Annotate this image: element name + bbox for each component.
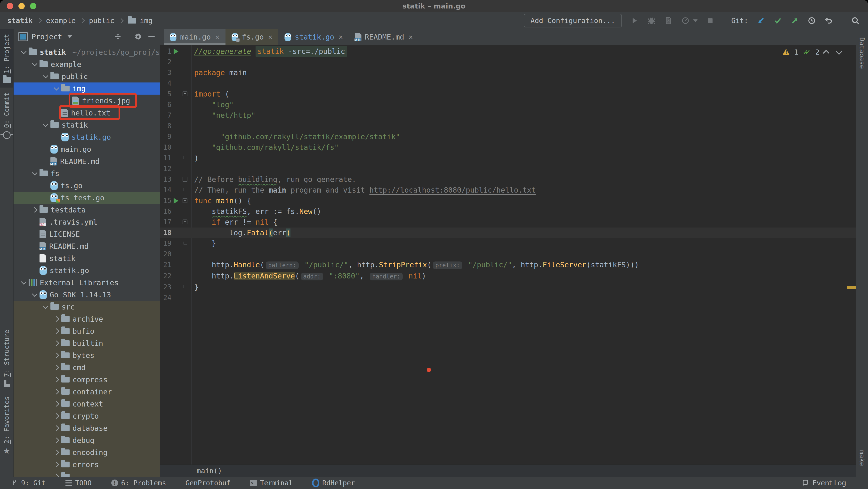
tree-item[interactable]: MDREADME.md	[13, 240, 160, 252]
statusbar-rdhelper[interactable]: RdHelper	[312, 479, 355, 487]
tree-item[interactable]: YML.travis.yml	[13, 216, 160, 228]
tree-item[interactable]: statik	[13, 119, 160, 131]
tree-item[interactable]: Go SDK 1.14.13	[13, 288, 160, 301]
breadcrumb-item[interactable]: statik	[7, 17, 33, 25]
chevron-collapsed-icon[interactable]	[52, 438, 61, 442]
tree-item[interactable]: statik~/projects/go_proj/src	[13, 46, 160, 58]
close-icon[interactable]: ×	[268, 33, 273, 41]
editor-content[interactable]: 1//go:generate statik -src=./public23pac…	[160, 45, 856, 464]
chevron-collapsed-icon[interactable]	[52, 426, 61, 430]
chevron-expanded-icon[interactable]	[30, 63, 39, 65]
git-push-icon[interactable]	[790, 16, 799, 25]
chevron-collapsed-icon[interactable]	[52, 354, 61, 357]
tree-item[interactable]: statik.go	[13, 131, 160, 143]
chevron-collapsed-icon[interactable]	[52, 390, 61, 394]
tool-window-button-database[interactable]: Database	[858, 32, 866, 74]
rollback-icon[interactable]	[824, 16, 833, 25]
fold-marker-icon[interactable]	[181, 89, 189, 96]
fold-marker-icon[interactable]	[181, 153, 189, 159]
tree-item[interactable]: bytes	[13, 349, 160, 361]
tree-item[interactable]: container	[13, 386, 160, 398]
inspection-widget[interactable]: 1 ✓✓ 2	[782, 48, 841, 56]
fold-marker-icon[interactable]	[181, 195, 189, 203]
tree-item[interactable]: LICENSE	[13, 228, 160, 240]
chevron-expanded-icon[interactable]	[52, 87, 61, 90]
history-icon[interactable]	[807, 16, 816, 25]
tree-item[interactable]: builtin	[13, 337, 160, 349]
chevron-collapsed-icon[interactable]	[30, 208, 39, 212]
breadcrumb-function[interactable]: main()	[197, 467, 222, 475]
next-highlight-icon[interactable]	[836, 48, 842, 55]
debug-icon[interactable]	[647, 16, 656, 25]
project-dropdown-icon[interactable]	[67, 35, 72, 38]
chevron-collapsed-icon[interactable]	[52, 414, 61, 418]
add-configuration-button[interactable]: Add Configuration...	[524, 14, 622, 27]
tree-item[interactable]: External Libraries	[13, 277, 160, 288]
git-update-icon[interactable]	[756, 16, 765, 25]
chevron-collapsed-icon[interactable]	[52, 366, 61, 369]
breadcrumb-item[interactable]: public	[89, 17, 115, 25]
statusbar-git[interactable]: 9: Git	[11, 479, 45, 487]
tree-item[interactable]: fs.go	[13, 180, 160, 192]
run-line-icon[interactable]	[172, 195, 181, 204]
tree-item[interactable]: cmd	[13, 361, 160, 373]
fold-marker-icon[interactable]	[181, 217, 189, 224]
tree-item[interactable]: statik	[13, 252, 160, 265]
fold-marker-icon[interactable]	[181, 282, 189, 288]
fold-marker-icon[interactable]	[181, 238, 189, 245]
breadcrumb-item[interactable]: img	[140, 17, 153, 25]
chevron-collapsed-icon[interactable]	[52, 402, 61, 406]
tool-window-button-structure[interactable]: 7: Structure	[0, 325, 13, 392]
chevron-collapsed-icon[interactable]	[52, 378, 61, 381]
close-icon[interactable]: ×	[338, 33, 343, 41]
close-icon[interactable]: ×	[215, 33, 219, 41]
tool-window-button-make[interactable]: make	[858, 445, 866, 471]
chevron-collapsed-icon[interactable]	[52, 317, 61, 321]
chevron-collapsed-icon[interactable]	[52, 475, 61, 477]
tree-item[interactable]: public	[13, 70, 160, 83]
fold-marker-icon[interactable]	[181, 174, 189, 182]
statusbar-todo[interactable]: TODO	[65, 479, 91, 487]
event-log-button[interactable]: Event Log	[802, 479, 846, 487]
run-icon[interactable]	[630, 16, 639, 25]
tree-item[interactable]: archive	[13, 313, 160, 325]
tree-item[interactable]: hello.txt	[13, 107, 160, 119]
tree-item[interactable]: testdata	[13, 204, 160, 216]
tree-item[interactable]: debug	[13, 434, 160, 446]
tree-item[interactable]: MDREADME.md	[13, 155, 160, 167]
tree-item[interactable]: img	[13, 83, 160, 95]
tree-item[interactable]: context	[13, 398, 160, 410]
tree-item[interactable]: main.go	[13, 143, 160, 155]
tree-item[interactable]: statik.go	[13, 265, 160, 277]
tree-item[interactable]	[13, 470, 160, 477]
chevron-collapsed-icon[interactable]	[52, 329, 61, 333]
chevron-expanded-icon[interactable]	[40, 75, 51, 78]
chevron-expanded-icon[interactable]	[40, 124, 51, 126]
statusbar-problems[interactable]: ! 6: Problems	[111, 479, 166, 487]
chevron-expanded-icon[interactable]	[30, 172, 39, 175]
tab-main-go[interactable]: main.go×	[164, 29, 225, 45]
scrollbar-warning-tick[interactable]	[847, 286, 856, 289]
fold-marker-icon[interactable]	[181, 185, 189, 191]
chevron-collapsed-icon[interactable]	[52, 463, 61, 466]
tool-window-button-project[interactable]: 1: Project	[0, 29, 13, 88]
stop-icon[interactable]	[706, 16, 715, 25]
project-panel-title[interactable]: Project	[32, 32, 62, 41]
tree-item[interactable]: src	[13, 301, 160, 313]
tool-window-button-commit[interactable]: 0: Commit	[0, 88, 13, 144]
hide-panel-icon[interactable]	[148, 36, 155, 37]
breadcrumb-item[interactable]: example	[46, 17, 76, 25]
profiler-dropdown-icon[interactable]	[693, 20, 698, 22]
profiler-icon[interactable]	[681, 16, 690, 25]
coverage-icon[interactable]	[664, 16, 673, 25]
tab-statik-go[interactable]: statik.go×	[278, 29, 349, 45]
statusbar-terminal[interactable]: >_ Terminal	[250, 479, 293, 487]
tree-item[interactable]: encoding	[13, 446, 160, 458]
tree-item[interactable]: fs	[13, 167, 160, 180]
tree-item[interactable]: bufio	[13, 325, 160, 337]
tab-README-md[interactable]: MDREADME.md×	[349, 29, 419, 45]
chevron-expanded-icon[interactable]	[30, 294, 39, 296]
gear-icon[interactable]	[134, 33, 142, 40]
tree-item[interactable]: friends.jpg	[13, 95, 160, 107]
tree-item[interactable]: crypto	[13, 410, 160, 422]
